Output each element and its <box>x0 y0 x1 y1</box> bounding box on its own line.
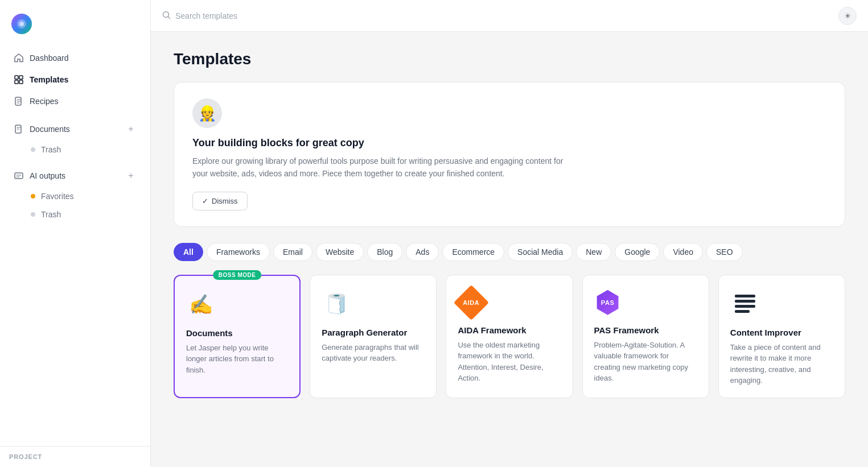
card-description: Generate paragraphs that will captivate … <box>322 342 425 364</box>
filter-tabs: AllFrameworksEmailWebsiteBlogAdsEcommerc… <box>174 243 845 261</box>
card-documents[interactable]: BOSS MODE ✍️ Documents Let Jasper help y… <box>174 275 301 398</box>
sidebar-item-trash-ai-label: Trash <box>41 210 61 219</box>
dismiss-button[interactable]: ✓ Dismiss <box>192 192 248 210</box>
svg-rect-4 <box>19 76 23 79</box>
logo[interactable] <box>0 9 150 48</box>
filter-tab-google[interactable]: Google <box>615 243 660 261</box>
filter-tab-email[interactable]: Email <box>273 243 312 261</box>
sidebar-item-trash-docs-label: Trash <box>41 145 61 154</box>
banner-title: Your building blocks for great copy <box>192 137 826 149</box>
svg-rect-5 <box>15 80 18 84</box>
search-box <box>162 11 390 21</box>
card-aida-framework[interactable]: AIDA AIDA Framework Use the oldest marke… <box>446 275 573 398</box>
grid-icon <box>14 75 24 85</box>
sidebar-item-dashboard-label: Dashboard <box>30 53 69 63</box>
banner-emoji: 👷 <box>192 98 222 128</box>
ai-icon <box>14 171 24 181</box>
home-icon <box>14 53 24 63</box>
card-title: AIDA Framework <box>458 325 561 335</box>
sidebar-item-favorites[interactable]: Favorites <box>7 188 143 205</box>
card-description: Problem-Agitate-Solution. A valuable fra… <box>594 340 697 384</box>
documents-add-button[interactable]: + <box>125 123 137 135</box>
search-input[interactable] <box>175 11 390 20</box>
theme-toggle-button[interactable]: ☀ <box>838 7 857 25</box>
svg-point-2 <box>19 22 24 26</box>
favorites-dot <box>31 194 35 199</box>
dismiss-label: Dismiss <box>212 197 238 205</box>
ai-outputs-section-left: AI outputs <box>14 171 65 181</box>
card-description: Use the oldest marketing framework in th… <box>458 340 561 384</box>
sidebar-item-favorites-label: Favorites <box>41 192 74 201</box>
topbar-right: ☀ <box>838 7 857 25</box>
filter-tab-ads[interactable]: Ads <box>406 243 439 261</box>
card-description: Let Jasper help you write longer article… <box>186 342 288 376</box>
card-title: Paragraph Generator <box>322 328 425 337</box>
card-title: PAS Framework <box>594 325 697 335</box>
filter-tab-video[interactable]: Video <box>663 243 703 261</box>
cards-grid: BOSS MODE ✍️ Documents Let Jasper help y… <box>174 275 845 398</box>
svg-rect-3 <box>15 76 18 79</box>
sidebar-section-documents-label: Documents <box>30 125 70 134</box>
svg-rect-6 <box>19 80 23 84</box>
filter-tab-social-media[interactable]: Social Media <box>508 243 573 261</box>
card-title: Content Improver <box>730 328 833 337</box>
file-icon <box>14 96 24 106</box>
sidebar-item-recipes-label: Recipes <box>30 97 59 106</box>
card-description: Take a piece of content and rewrite it t… <box>730 342 833 386</box>
documents-section-left: Documents <box>14 124 70 134</box>
card-paragraph-generator[interactable]: 🧻 Paragraph Generator Generate paragraph… <box>310 275 437 398</box>
svg-rect-9 <box>15 173 23 179</box>
filter-tab-blog[interactable]: Blog <box>367 243 402 261</box>
ai-outputs-add-button[interactable]: + <box>125 170 137 181</box>
banner-description: Explore our growing library of powerful … <box>192 155 579 180</box>
search-icon <box>162 11 171 21</box>
filter-tab-website[interactable]: Website <box>316 243 364 261</box>
card-content-improver[interactable]: Content Improver Take a piece of content… <box>718 275 845 398</box>
banner: 👷 Your building blocks for great copy Ex… <box>174 82 845 227</box>
sidebar-nav: Dashboard Templates Recipes <box>0 48 150 446</box>
card-emoji-paragraph-generator: 🧻 <box>322 289 351 319</box>
sidebar-item-templates[interactable]: Templates <box>7 69 143 90</box>
filter-tab-seo[interactable]: SEO <box>706 243 743 261</box>
card-pas-framework[interactable]: PAS PAS Framework Problem-Agitate-Soluti… <box>582 275 709 398</box>
card-emoji-documents: ✍️ <box>186 290 216 319</box>
sidebar-item-recipes[interactable]: Recipes <box>7 91 143 111</box>
content-area: Templates 👷 Your building blocks for gre… <box>151 32 868 467</box>
filter-tab-ecommerce[interactable]: Ecommerce <box>442 243 504 261</box>
filter-tab-all[interactable]: All <box>174 243 203 261</box>
trash-ai-dot <box>31 212 35 217</box>
sidebar-section-ai-outputs[interactable]: AI outputs + <box>7 165 143 187</box>
sidebar-bottom-label: Project <box>0 446 150 467</box>
card-title: Documents <box>186 328 288 338</box>
sidebar-item-trash-ai[interactable]: Trash <box>7 206 143 223</box>
sidebar-section-documents[interactable]: Documents + <box>7 118 143 140</box>
lines-icon <box>730 289 760 319</box>
sidebar: Dashboard Templates Recipes <box>0 0 151 467</box>
pas-icon: PAS <box>594 289 622 316</box>
sidebar-item-dashboard[interactable]: Dashboard <box>7 48 143 68</box>
doc-icon <box>14 124 24 134</box>
checkmark-icon: ✓ <box>202 197 208 205</box>
filter-tab-new[interactable]: New <box>576 243 611 261</box>
card-badge: BOSS MODE <box>213 270 262 280</box>
filter-tab-frameworks[interactable]: Frameworks <box>207 243 270 261</box>
main: ☀ Templates 👷 Your building blocks for g… <box>151 0 868 467</box>
aida-icon: AIDA <box>458 289 485 316</box>
sidebar-item-trash-docs[interactable]: Trash <box>7 141 143 158</box>
topbar: ☀ <box>151 0 868 32</box>
sidebar-section-ai-outputs-label: AI outputs <box>30 171 65 180</box>
sidebar-item-templates-label: Templates <box>30 75 68 84</box>
trash-docs-dot <box>31 147 35 152</box>
page-title: Templates <box>174 50 845 68</box>
